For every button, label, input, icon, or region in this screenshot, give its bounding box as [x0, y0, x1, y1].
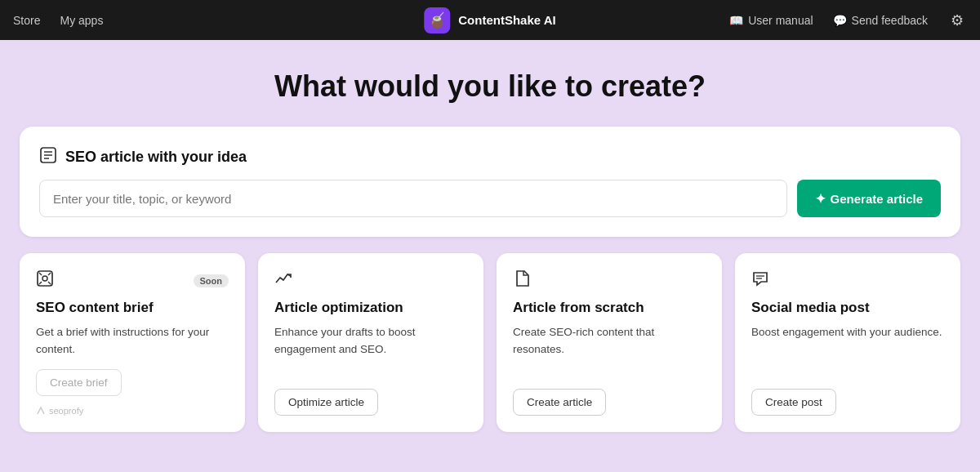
social-media-post-desc: Boost engagement with your audience.: [751, 324, 944, 377]
app-title: ContentShake AI: [458, 13, 555, 27]
main-content: What would you like to create? SEO artic…: [0, 40, 980, 472]
article-from-scratch-button[interactable]: Create article: [513, 389, 606, 416]
seo-content-brief-button: Create brief: [36, 369, 122, 396]
social-media-post-button[interactable]: Create post: [751, 389, 836, 416]
card-article-from-scratch: Article from scratchCreate SEO-rich cont…: [497, 253, 722, 432]
page-heading: What would you like to create?: [20, 69, 960, 104]
article-optimization-icon: [274, 269, 292, 292]
article-optimization-desc: Enhance your drafts to boost engagement …: [274, 324, 467, 377]
soon-badge: Soon: [194, 274, 229, 287]
seo-content-brief-desc: Get a brief with instructions for your c…: [36, 324, 229, 358]
topnav: Store My apps 🧉 ContentShake AI 📖 User m…: [0, 0, 980, 40]
myapps-nav-item[interactable]: My apps: [60, 14, 103, 27]
article-optimization-title: Article optimization: [274, 300, 467, 316]
svg-line-8: [39, 282, 42, 284]
article-from-scratch-desc: Create SEO-rich content that resonates.: [513, 324, 706, 377]
svg-point-5: [42, 276, 47, 281]
seo-keyword-input[interactable]: [39, 180, 787, 217]
article-from-scratch-title: Article from scratch: [513, 300, 706, 316]
generate-article-button[interactable]: ✦ Generate article: [797, 180, 941, 217]
svg-line-9: [48, 282, 51, 284]
article-optimization-button[interactable]: Optimize article: [274, 389, 378, 416]
app-logo-icon: 🧉: [424, 7, 450, 33]
comment-icon: 💬: [833, 14, 847, 27]
svg-line-7: [48, 273, 51, 275]
card-article-optimization: Article optimizationEnhance your drafts …: [258, 253, 483, 432]
store-nav-item[interactable]: Store: [13, 14, 40, 27]
seoprofy-watermark: seoprofy: [36, 406, 229, 416]
seo-article-box: SEO article with your idea ✦ Generate ar…: [20, 127, 960, 237]
send-feedback-link[interactable]: 💬 Send feedback: [833, 14, 928, 27]
feature-cards: SoonSEO content briefGet a brief with in…: [20, 253, 960, 432]
social-media-post-icon: [751, 269, 769, 292]
social-media-post-title: Social media post: [751, 300, 944, 316]
seo-content-brief-title: SEO content brief: [36, 300, 229, 316]
book-icon: 📖: [729, 14, 743, 27]
seo-article-title: SEO article with your idea: [65, 149, 247, 166]
settings-icon[interactable]: ⚙: [947, 8, 967, 33]
svg-line-6: [39, 273, 42, 275]
seo-content-brief-icon: [36, 269, 54, 292]
card-seo-content-brief: SoonSEO content briefGet a brief with in…: [20, 253, 245, 432]
seo-article-icon: [39, 146, 57, 168]
user-manual-link[interactable]: 📖 User manual: [729, 14, 813, 27]
article-from-scratch-icon: [513, 269, 531, 292]
card-social-media-post: Social media postBoost engagement with y…: [735, 253, 960, 432]
sparkle-icon: ✦: [815, 191, 826, 207]
